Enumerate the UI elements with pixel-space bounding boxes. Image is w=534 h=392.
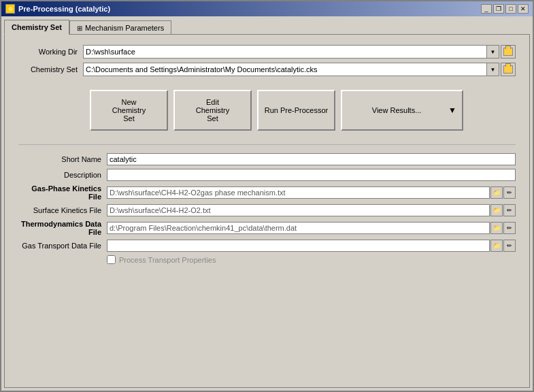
gas-transport-input-group: 📁 ✏ <box>107 240 516 252</box>
new-chemistry-set-line2: Chemistry <box>112 106 146 114</box>
run-preprocessor-button[interactable]: Run Pre-Processor <box>257 90 335 131</box>
folder-icon-2 <box>503 65 513 74</box>
gas-kinetics-input[interactable] <box>107 186 490 199</box>
pencil-icon: ✏ <box>507 189 512 196</box>
chemistry-set-browse[interactable] <box>501 63 516 76</box>
chemistry-set-label: Chemistry Set <box>18 65 83 74</box>
tab-chemistry-set-label: Chemistry Set <box>12 23 62 31</box>
tab-chemistry-set[interactable]: Chemistry Set <box>4 20 69 35</box>
process-transport-checkbox[interactable] <box>107 255 116 264</box>
description-input-group <box>107 169 516 181</box>
gas-kinetics-input-group: 📁 ✏ <box>107 186 516 199</box>
chemistry-set-input[interactable] <box>83 63 487 76</box>
working-dir-label: Working Dir <box>18 48 83 56</box>
minimize-button[interactable]: _ <box>481 4 492 14</box>
gas-kinetics-label: Gas-Phase Kinetics File <box>18 184 107 201</box>
content-area: Chemistry Set ⊞ Mechanism Parameters Wor… <box>1 16 533 391</box>
folder-small-icon: 📁 <box>493 189 501 196</box>
chevron-down-icon: ▼ <box>448 105 456 115</box>
gas-transport-folder-btn[interactable]: 📁 <box>490 240 503 252</box>
title-bar: ⚙ Pre-Processing (catalytic) _ ❐ □ ✕ <box>1 1 533 16</box>
tab-mechanism-parameters[interactable]: ⊞ Mechanism Parameters <box>69 20 171 35</box>
edit-chemistry-set-line3: Set <box>207 114 218 122</box>
view-results-label: View Results... <box>348 106 446 114</box>
edit-chemistry-set-line1: Edit <box>206 98 219 106</box>
surface-kinetics-row: Surface Kinetics File 📁 ✏ <box>18 204 516 216</box>
gas-kinetics-row: Gas-Phase Kinetics File 📁 ✏ <box>18 184 516 201</box>
short-name-label: Short Name <box>18 155 107 163</box>
working-dir-dropdown[interactable]: ▼ <box>487 45 499 59</box>
working-dir-browse[interactable] <box>501 45 516 59</box>
restore-button[interactable]: ❐ <box>493 4 504 14</box>
description-input[interactable] <box>107 169 516 181</box>
close-button[interactable]: ✕ <box>518 4 529 14</box>
title-bar-controls: _ ❐ □ ✕ <box>481 4 529 14</box>
short-name-input-group <box>107 153 516 165</box>
thermodynamics-folder-btn[interactable]: 📁 <box>490 222 503 234</box>
pencil-icon-4: ✏ <box>507 242 512 249</box>
working-dir-input[interactable] <box>83 45 487 59</box>
new-chemistry-set-line1: New <box>121 98 136 106</box>
pencil-icon-2: ✏ <box>507 207 512 214</box>
folder-small-icon-4: 📁 <box>493 242 501 249</box>
surface-kinetics-input[interactable] <box>107 204 490 216</box>
maximize-button[interactable]: □ <box>505 4 516 14</box>
tab-bar: Chemistry Set ⊞ Mechanism Parameters <box>4 19 530 34</box>
thermodynamics-label: Thermodynamics Data File <box>18 220 107 236</box>
window-title: Pre-Processing (catalytic) <box>18 5 110 13</box>
folder-icon <box>503 48 513 56</box>
main-panel: Working Dir ▼ Chemistry Set ▼ <box>4 34 530 388</box>
working-dir-input-group: ▼ <box>83 45 516 59</box>
process-transport-label: Process Transport Properties <box>119 256 216 264</box>
working-dir-row: Working Dir ▼ <box>18 45 516 59</box>
description-row: Description <box>18 169 516 181</box>
gas-transport-input[interactable] <box>107 240 490 252</box>
edit-chemistry-set-line2: Chemistry <box>196 106 230 114</box>
process-transport-row: Process Transport Properties <box>18 255 516 264</box>
surface-kinetics-label: Surface Kinetics File <box>18 206 107 214</box>
new-chemistry-set-line3: Set <box>123 114 135 122</box>
pencil-icon-3: ✏ <box>507 225 512 231</box>
thermodynamics-row: Thermodynamics Data File 📁 ✏ <box>18 220 516 236</box>
thermodynamics-input-group: 📁 ✏ <box>107 222 516 234</box>
surface-kinetics-input-group: 📁 ✏ <box>107 204 516 216</box>
edit-chemistry-set-button[interactable]: Edit Chemistry Set <box>173 90 252 131</box>
new-chemistry-set-button[interactable]: New Chemistry Set <box>90 90 168 131</box>
folder-small-icon-2: 📁 <box>493 207 501 214</box>
description-label: Description <box>18 171 107 179</box>
gas-kinetics-edit-btn[interactable]: ✏ <box>503 186 516 199</box>
run-preprocessor-label: Run Pre-Processor <box>265 106 329 114</box>
main-window: ⚙ Pre-Processing (catalytic) _ ❐ □ ✕ Che… <box>0 0 534 392</box>
tab-mechanism-icon: ⊞ <box>77 24 82 32</box>
gas-transport-label: Gas Transport Data File <box>18 242 107 250</box>
title-bar-left: ⚙ Pre-Processing (catalytic) <box>5 4 110 14</box>
chemistry-set-input-group: ▼ <box>83 63 516 76</box>
thermodynamics-edit-btn[interactable]: ✏ <box>503 222 516 234</box>
chemistry-set-dropdown[interactable]: ▼ <box>487 63 499 76</box>
short-name-row: Short Name <box>18 153 516 165</box>
tab-mechanism-parameters-label: Mechanism Parameters <box>85 24 164 32</box>
surface-kinetics-folder-btn[interactable]: 📁 <box>490 204 503 216</box>
thermodynamics-input[interactable] <box>107 222 490 234</box>
gas-transport-row: Gas Transport Data File 📁 ✏ <box>18 240 516 252</box>
details-section: Short Name Description Gas-Phase Kinetic… <box>18 144 516 264</box>
view-results-button[interactable]: View Results... ▼ <box>341 90 463 131</box>
action-buttons: New Chemistry Set Edit Chemistry Set Run… <box>18 90 516 131</box>
gas-transport-edit-btn[interactable]: ✏ <box>503 240 516 252</box>
gas-kinetics-folder-btn[interactable]: 📁 <box>490 186 503 199</box>
short-name-input[interactable] <box>107 153 516 165</box>
surface-kinetics-edit-btn[interactable]: ✏ <box>503 204 516 216</box>
app-icon: ⚙ <box>5 4 15 14</box>
chemistry-set-row: Chemistry Set ▼ <box>18 63 516 76</box>
folder-small-icon-3: 📁 <box>493 225 501 231</box>
